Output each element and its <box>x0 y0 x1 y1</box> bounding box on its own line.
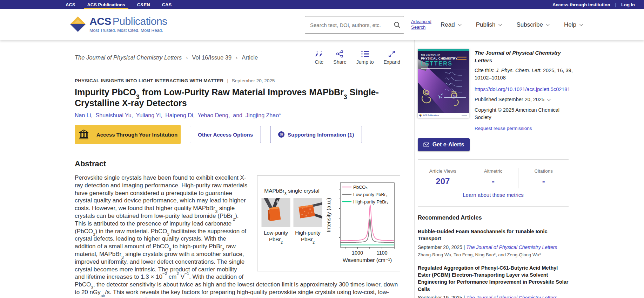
published-date: Published September 20, 2025 <box>475 96 544 103</box>
expand-button[interactable]: Expand <box>384 50 400 65</box>
brand-nav: ACS ACS Publications C&EN CAS <box>60 0 177 9</box>
chevron-down-icon <box>579 22 583 26</box>
search-button[interactable] <box>390 21 404 28</box>
jump-to-list-icon <box>361 50 369 58</box>
ftir-spectrum-chart: 10001100 PbCO₃Low-purity PbBr₂High-purit… <box>325 180 397 267</box>
recommended-article-journal-link[interactable]: The Journal of Physical Chemistry Letter… <box>466 244 557 250</box>
nav-subscribe[interactable]: Subscribe <box>516 21 549 28</box>
advanced-search-link[interactable]: Advanced Search <box>411 19 438 30</box>
cover-title-line2: PHYSICAL CHEMISTRY <box>421 57 457 60</box>
metric-altmetric: Altmetric - <box>468 168 518 188</box>
breadcrumb-issue-link[interactable]: Vol 16/Issue 39 <box>192 54 232 61</box>
altmetric-count: - <box>468 176 518 186</box>
share-button[interactable]: Share <box>333 50 346 65</box>
search-box <box>305 16 404 34</box>
learn-about-metrics-link[interactable]: Learn about these metrics <box>418 192 569 198</box>
svg-text:PbCO₃: PbCO₃ <box>353 185 368 190</box>
topbar-link-acs-publications[interactable]: ACS Publications <box>81 0 131 9</box>
cover-issue-info <box>457 56 467 60</box>
chart-y-axis-label: Intensity (a.u.) <box>326 198 331 232</box>
get-e-alerts-button[interactable]: Get e-Alerts <box>418 138 470 151</box>
supporting-information-button[interactable]: SI Supporting Information (1) <box>270 126 362 143</box>
breadcrumb-journal-link[interactable]: The Journal of Physical Chemistry Letter… <box>75 54 182 61</box>
topbar-link-acs[interactable]: ACS <box>60 0 81 9</box>
expand-arrows-icon <box>388 50 396 58</box>
cover-footer: ACS Publications <box>418 113 469 118</box>
journal-cover-thumbnail[interactable]: THE JOURNAL OF PHYSICAL CHEMISTRY LETTER… <box>418 49 469 118</box>
metric-article-views: Article Views 207 <box>418 168 468 188</box>
article-actions: Cite Share <box>315 50 400 65</box>
journal-title[interactable]: The Journal of Physical Chemistry Letter… <box>475 49 576 64</box>
abstract-graphic-figure[interactable]: MAPbBr3 single crystal <box>257 175 400 271</box>
site-header: ACSPublications Most Trusted. Most Cited… <box>0 9 644 40</box>
cover-title-line3: LETTERS <box>421 61 452 67</box>
share-icon <box>336 50 344 58</box>
logo-acs-text: ACS <box>89 15 111 27</box>
recommended-article: Regulated Aggregation of Phenyl-C61-Buty… <box>418 264 571 298</box>
primary-nav: Read Publish Subscribe Help <box>441 9 582 40</box>
low-purity-caption: Low-purity PbBr2 <box>261 230 291 243</box>
published-history-chevron-icon[interactable] <box>547 97 551 101</box>
nav-read[interactable]: Read <box>441 21 461 28</box>
cite-button[interactable]: Cite <box>315 50 323 65</box>
article-main-column: The Journal of Physical Chemistry Letter… <box>0 40 414 298</box>
logo-tagline: Most Trusted. Most Cited. Most Read. <box>89 28 167 33</box>
svg-text:1100: 1100 <box>376 250 387 256</box>
logo-publications-text: Publications <box>113 15 167 27</box>
recommended-article-title[interactable]: Bubble-Guided Foam Nanochannels for Tuna… <box>418 228 571 242</box>
sidebar-divider <box>418 206 569 207</box>
recommended-article-title[interactable]: Regulated Aggregation of Phenyl-C61-Buty… <box>418 264 571 293</box>
access-through-institution-button[interactable]: Access Through Your Institution <box>75 125 181 144</box>
recommended-article-date: September 20, 2025 <box>418 244 462 250</box>
article-metrics: Article Views 207 Altmetric - Citations … <box>418 168 569 188</box>
doi-link[interactable]: https://doi.org/10.1021/acs.jpclett.5c02… <box>475 86 576 93</box>
acs-publications-logo[interactable]: ACSPublications Most Trusted. Most Cited… <box>70 16 167 33</box>
topbar-link-cen[interactable]: C&EN <box>131 0 156 9</box>
citation-line: Cite this: J. Phys. Chem. Lett. 2025, 16… <box>475 67 576 82</box>
nav-help[interactable]: Help <box>564 21 582 28</box>
article-title: Impurity PbCO3 from Low-Purity Raw Mater… <box>75 87 400 108</box>
publication-date: September 20, 2025 <box>232 78 275 83</box>
metric-citations: Citations - <box>518 168 569 188</box>
request-reuse-permissions-link[interactable]: Request reuse permissions <box>475 125 576 132</box>
si-badge-icon: SI <box>278 131 284 138</box>
copyright-notice: Copyright © 2025 American Chemical Socie… <box>475 106 576 121</box>
search-icon <box>394 21 401 28</box>
other-access-options-button[interactable]: Other Access Options <box>190 126 261 143</box>
nav-publish[interactable]: Publish <box>476 21 501 28</box>
recommended-article-date: September 19, 2025 <box>418 295 462 298</box>
recommended-article-authors: Zhang-Rong Wu, Tao Feng, Ning Bao*, and … <box>418 252 571 257</box>
citations-count: - <box>518 176 569 186</box>
institution-building-icon <box>79 130 88 139</box>
svg-text:Low-purity PbBr₂: Low-purity PbBr₂ <box>353 192 388 197</box>
login-link[interactable]: Log In <box>621 2 635 7</box>
cover-subtitle-bar <box>421 68 451 69</box>
cover-footer-label: ACS Publications <box>423 114 439 116</box>
search-input[interactable] <box>305 22 390 28</box>
topbar-link-cas[interactable]: CAS <box>156 0 177 9</box>
svg-text:1000: 1000 <box>352 250 363 256</box>
jump-to-button[interactable]: Jump to <box>356 50 374 65</box>
low-purity-crystal-photo <box>261 198 291 227</box>
figure-crystal-label: MAPbBr3 single crystal <box>264 188 319 194</box>
envelope-icon <box>423 143 429 147</box>
article-category[interactable]: PHYSICAL INSIGHTS INTO LIGHT INTERACTING… <box>75 78 223 83</box>
cover-teal-band <box>418 49 469 51</box>
breadcrumb: The Journal of Physical Chemistry Letter… <box>75 50 258 61</box>
cover-title-line1: THE JOURNAL OF <box>421 54 441 56</box>
cite-quote-icon <box>315 50 323 58</box>
category-separator: | <box>227 78 228 83</box>
breadcrumb-separator: › <box>236 55 237 61</box>
svg-text:High-purity PbBr₂: High-purity PbBr₂ <box>353 199 388 205</box>
access-through-institution-link[interactable]: Access through institution <box>552 2 610 7</box>
article-views-count: 207 <box>418 176 468 186</box>
chevron-down-icon <box>498 22 502 26</box>
breadcrumb-article: Article <box>242 54 258 61</box>
high-purity-crystal-photo <box>293 198 323 227</box>
chart-x-axis-label: Wavenumber (cm⁻¹) <box>343 257 392 263</box>
topbar-divider: | <box>615 2 616 7</box>
abstract-heading: Abstract <box>75 159 400 168</box>
author-list[interactable]: Nan Li, Shuaishuai Yu, Yuliang Yi, Haipe… <box>75 112 400 119</box>
high-purity-caption: High-purity PbBr2 <box>293 230 323 243</box>
recommended-article-journal-link[interactable]: The Journal of Physical Chemistry Letter… <box>466 295 557 298</box>
